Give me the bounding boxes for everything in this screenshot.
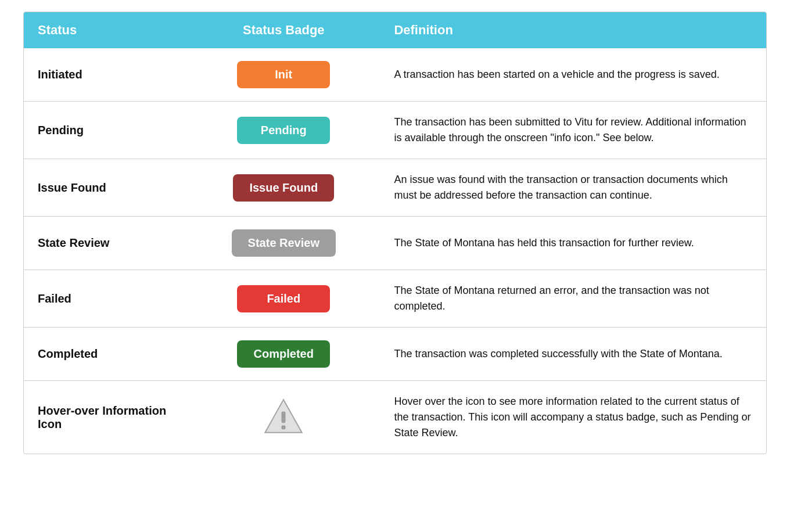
status-text: State Review [38,236,109,249]
table-row: CompletedCompletedThe transaction was co… [24,328,766,381]
definition-text: A transaction has been started on a vehi… [394,69,719,80]
svg-rect-4 [282,425,286,429]
status-text: Completed [38,347,98,360]
badge-cell [187,381,380,454]
definition-cell: A transaction has been started on a vehi… [380,48,766,102]
table-row: InitiatedInitA transaction has been star… [24,48,766,102]
status-badge: Init [237,61,330,88]
status-badge: Issue Found [233,174,334,202]
table-row: PendingPendingThe transaction has been s… [24,102,766,159]
definition-cell: The transaction has been submitted to Vi… [380,102,766,159]
badge-cell: Completed [187,328,380,381]
definition-cell: The State of Montana has held this trans… [380,217,766,270]
header-definition: Definition [380,12,766,48]
status-text: Failed [38,292,71,305]
status-table-wrapper: Status Status Badge Definition Initiated… [23,12,767,454]
warning-icon [263,396,304,437]
header-status: Status [24,12,187,48]
status-label: Failed [24,270,187,328]
definition-text: Hover over the icon to see more informat… [394,396,751,438]
status-text: Initiated [38,68,82,81]
status-text: Hover-over Information Icon [38,404,166,430]
table-row: State ReviewState ReviewThe State of Mon… [24,217,766,270]
header-badge: Status Badge [187,12,380,48]
svg-rect-3 [282,411,286,423]
definition-text: The State of Montana has held this trans… [394,237,694,249]
definition-cell: Hover over the icon to see more informat… [380,381,766,454]
definition-text: The State of Montana returned an error, … [394,285,709,312]
table-row: Issue FoundIssue FoundAn issue was found… [24,159,766,217]
badge-cell: Failed [187,270,380,328]
status-badge: State Review [232,229,336,257]
definition-text: An issue was found with the transaction … [394,174,727,201]
definition-cell: The State of Montana returned an error, … [380,270,766,328]
table-row: FailedFailedThe State of Montana returne… [24,270,766,328]
badge-cell: Pending [187,102,380,159]
status-label: State Review [24,217,187,270]
status-label: Pending [24,102,187,159]
status-label: Completed [24,328,187,381]
definition-cell: The transaction was completed successful… [380,328,766,381]
status-text: Issue Found [38,181,106,194]
status-label: Initiated [24,48,187,102]
badge-cell: Init [187,48,380,102]
definition-cell: An issue was found with the transaction … [380,159,766,217]
badge-cell: State Review [187,217,380,270]
status-table: Status Status Badge Definition Initiated… [24,12,766,454]
definition-text: The transaction was completed successful… [394,348,722,360]
status-label: Issue Found [24,159,187,217]
table-header-row: Status Status Badge Definition [24,12,766,48]
status-badge: Failed [237,285,330,312]
status-badge: Completed [237,340,330,368]
status-text: Pending [38,124,84,136]
status-badge: Pending [237,117,330,144]
definition-text: The transaction has been submitted to Vi… [394,116,746,143]
badge-cell: Issue Found [187,159,380,217]
table-row: Hover-over Information Icon Hover over t… [24,381,766,454]
status-label: Hover-over Information Icon [24,381,187,454]
